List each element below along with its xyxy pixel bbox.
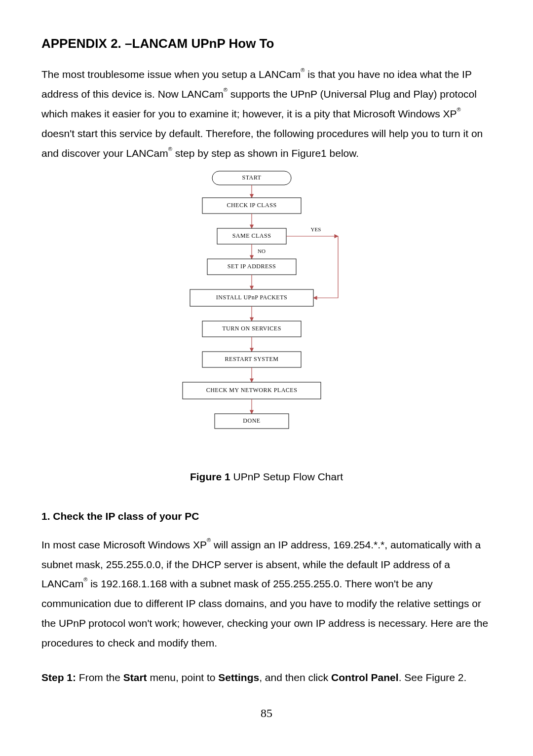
figure-caption-text: UPnP Setup Flow Chart	[230, 471, 343, 482]
intro-text-1: The most troublesome issue when you setu…	[41, 69, 301, 80]
flow-check-net: CHECK MY NETWORK PLACES	[206, 387, 298, 394]
step-1: Step 1: From the Start menu, point to Se…	[41, 668, 492, 687]
step1-settings: Settings	[218, 672, 259, 683]
flowchart-container: .box-r { fill:none; stroke:#000; stroke-…	[41, 167, 492, 458]
upnp-flowchart: .box-r { fill:none; stroke:#000; stroke-…	[163, 167, 370, 458]
s1-text-a: In most case Microsoft Windows XP	[41, 539, 207, 550]
step-1-label: Step 1:	[41, 672, 76, 683]
step1-a: From the	[76, 672, 123, 683]
section-1-paragraph: In most case Microsoft Windows XP® will …	[41, 535, 492, 653]
step1-start: Start	[123, 672, 147, 683]
registered-mark: ®	[168, 146, 172, 152]
flow-check-ip: CHECK IP CLASS	[227, 202, 276, 209]
step1-g: . See Figure 2.	[399, 672, 467, 683]
intro-paragraph: The most troublesome issue when you setu…	[41, 65, 492, 163]
registered-mark: ®	[83, 576, 87, 582]
registered-mark: ®	[224, 87, 228, 93]
flow-install: INSTALL UPnP PACKETS	[216, 294, 287, 301]
flow-no-label: NO	[258, 248, 266, 254]
figure-number: Figure 1	[190, 471, 230, 482]
intro-text-5: step by step as shown in Figure1 below.	[175, 147, 359, 159]
s1-text-c: is 192.168.1.168 with a subnet mask of 2…	[41, 578, 488, 648]
flow-start: START	[242, 174, 262, 181]
flow-restart: RESTART SYSTEM	[225, 356, 279, 362]
appendix-title: APPENDIX 2. –LANCAM UPnP How To	[41, 32, 492, 56]
step1-control-panel: Control Panel	[331, 672, 399, 683]
flow-set-ip: SET IP ADDRESS	[228, 263, 276, 270]
flow-turn-on: TURN ON SERVICES	[222, 325, 281, 332]
page-number: 85	[41, 702, 492, 725]
flow-same-class: SAME CLASS	[232, 232, 271, 239]
registered-mark: ®	[301, 67, 305, 73]
step1-c: menu, point to	[147, 672, 219, 683]
figure-caption: Figure 1 UPnP Setup Flow Chart	[41, 467, 492, 487]
flow-done: DONE	[243, 417, 260, 424]
step1-e: , and then click	[259, 672, 331, 683]
registered-mark: ®	[207, 537, 211, 543]
registered-mark: ®	[457, 107, 461, 112]
section-1-heading: 1. Check the IP class of your PC	[41, 506, 492, 526]
flow-yes-label: YES	[311, 226, 321, 232]
